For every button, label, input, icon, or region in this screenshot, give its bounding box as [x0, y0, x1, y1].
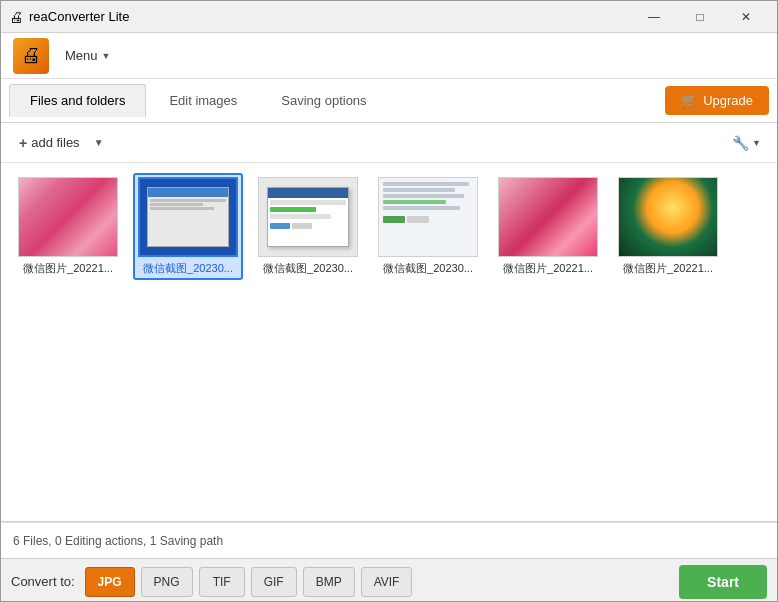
settings-button[interactable]: 🔧 ▼: [724, 130, 769, 156]
status-text: 6 Files, 0 Editing actions, 1 Saving pat…: [13, 534, 223, 548]
format-png-button[interactable]: PNG: [141, 567, 193, 597]
add-files-dropdown-button[interactable]: ▼: [90, 129, 108, 157]
tab-edit[interactable]: Edit images: [148, 84, 258, 117]
file-name: 微信截图_20230...: [378, 261, 478, 276]
menu-label: Menu: [65, 48, 98, 63]
list-item[interactable]: 微信图片_20221...: [13, 173, 123, 280]
upgrade-button[interactable]: 🛒 Upgrade: [665, 86, 769, 115]
list-item[interactable]: 微信截图_20230...: [373, 173, 483, 280]
convert-bar: Convert to: JPG PNG TIF GIF BMP AVIF Sta…: [1, 558, 777, 602]
dialog-mock: [267, 187, 349, 247]
format-jpg-button[interactable]: JPG: [85, 567, 135, 597]
file-thumbnail: [498, 177, 598, 257]
tab-files[interactable]: Files and folders: [9, 84, 146, 117]
format-gif-button[interactable]: GIF: [251, 567, 297, 597]
status-bar: 6 Files, 0 Editing actions, 1 Saving pat…: [1, 522, 777, 558]
title-bar-text: reaConverter Lite: [29, 9, 129, 24]
menu-bar: 🖨 Menu ▼: [1, 33, 777, 79]
file-name: 微信截图_20230...: [258, 261, 358, 276]
file-thumbnail: [18, 177, 118, 257]
add-files-label: add files: [31, 135, 79, 150]
title-bar: 🖨 reaConverter Lite — □ ✕: [1, 1, 777, 33]
file-thumbnail: [378, 177, 478, 257]
file-thumbnail: [258, 177, 358, 257]
wrench-icon: 🔧: [732, 135, 749, 151]
start-button[interactable]: Start: [679, 565, 767, 599]
minimize-button[interactable]: —: [631, 1, 677, 33]
settings-dropdown-icon: ▼: [752, 138, 761, 148]
upgrade-icon: 🛒: [681, 93, 697, 108]
menu-button[interactable]: Menu ▼: [57, 44, 118, 67]
add-files-button[interactable]: + add files: [9, 130, 90, 156]
add-icon: +: [19, 135, 27, 151]
list-item[interactable]: 微信截图_20230...: [253, 173, 363, 280]
maximize-button[interactable]: □: [677, 1, 723, 33]
format-avif-button[interactable]: AVIF: [361, 567, 413, 597]
format-bmp-button[interactable]: BMP: [303, 567, 355, 597]
file-thumbnail: [138, 177, 238, 257]
upgrade-label: Upgrade: [703, 93, 753, 108]
file-name: 微信图片_20221...: [618, 261, 718, 276]
app-icon: 🖨: [9, 9, 23, 25]
file-name: 微信截图_20230...: [138, 261, 238, 276]
file-thumbnail: [618, 177, 718, 257]
toolbar: + add files ▼ 🔧 ▼: [1, 123, 777, 163]
tab-bar: Files and folders Edit images Saving opt…: [1, 79, 777, 123]
file-name: 微信图片_20221...: [498, 261, 598, 276]
list-item[interactable]: 微信截图_20230...: [133, 173, 243, 280]
convert-label: Convert to:: [11, 574, 75, 589]
app-logo: 🖨: [13, 38, 49, 74]
close-button[interactable]: ✕: [723, 1, 769, 33]
title-bar-controls: — □ ✕: [631, 1, 769, 33]
files-area: 微信图片_20221... 微信截图_20230...: [1, 163, 777, 521]
tab-saving[interactable]: Saving options: [260, 84, 387, 117]
list-item[interactable]: 微信图片_20221...: [493, 173, 603, 280]
format-tif-button[interactable]: TIF: [199, 567, 245, 597]
list-item[interactable]: 微信图片_20221...: [613, 173, 723, 280]
file-name: 微信图片_20221...: [18, 261, 118, 276]
menu-arrow-icon: ▼: [102, 51, 111, 61]
